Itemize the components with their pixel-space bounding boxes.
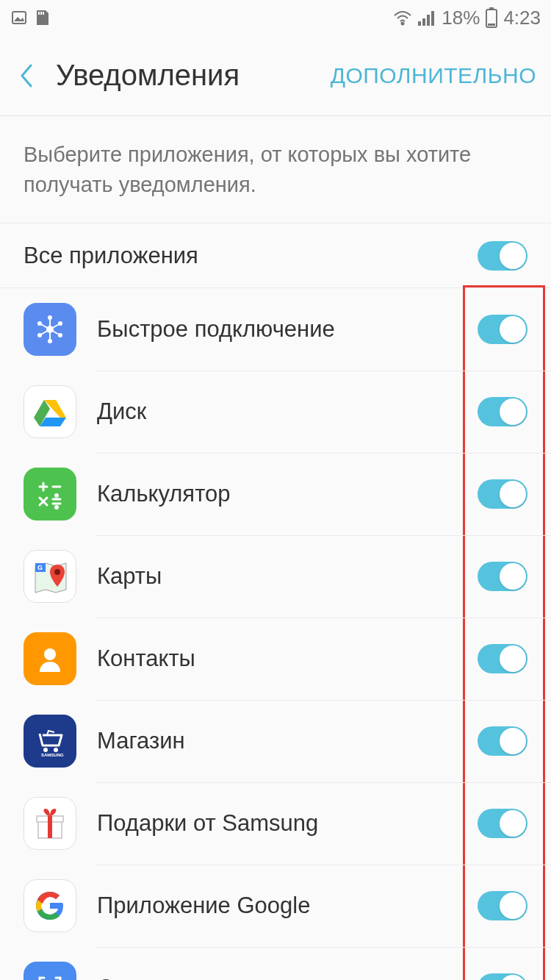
svg-point-37 [56, 507, 58, 509]
svg-rect-7 [422, 18, 425, 26]
all-apps-row[interactable]: Все приложения [0, 223, 551, 288]
app-toggle[interactable] [478, 644, 527, 673]
svg-text:SAMSUNG: SAMSUNG [41, 753, 64, 757]
clock-time: 4:23 [503, 7, 541, 29]
screenshot-icon [24, 962, 76, 980]
app-list: Быстрое подключение Диск Калькулятор G К… [0, 288, 551, 980]
gifts-icon [24, 797, 76, 850]
google-icon [24, 879, 76, 932]
svg-rect-0 [12, 12, 26, 24]
svg-point-36 [56, 495, 58, 497]
battery-icon [486, 7, 497, 28]
svg-text:G: G [37, 564, 43, 571]
header-action-more[interactable]: ДОПОЛНИТЕЛЬНО [331, 63, 536, 88]
list-item[interactable]: SAMSUNG Магазин [0, 700, 551, 782]
svg-rect-9 [431, 11, 434, 26]
app-name-label: Диск [97, 398, 146, 425]
app-toggle[interactable] [478, 973, 527, 980]
all-apps-label: Все приложения [24, 243, 198, 269]
app-name-label: Быстрое подключение [97, 316, 335, 343]
svg-point-5 [402, 23, 404, 25]
app-toggle[interactable] [478, 809, 527, 838]
wifi-icon [393, 10, 412, 26]
app-name-label: Подарки от Samsung [97, 810, 318, 837]
app-name-label: Контакты [97, 645, 195, 672]
list-item[interactable]: G Карты [0, 535, 551, 618]
svg-rect-8 [427, 15, 430, 26]
list-item[interactable]: Снимок экрана [0, 947, 551, 980]
app-toggle[interactable] [478, 891, 527, 920]
app-name-label: Магазин [97, 728, 185, 754]
svg-rect-48 [48, 816, 52, 838]
page-title: Уведомления [56, 59, 240, 92]
app-name-label: Карты [97, 563, 162, 590]
app-toggle[interactable] [478, 397, 527, 426]
svg-rect-6 [418, 21, 421, 26]
app-name-label: Калькулятор [97, 481, 230, 507]
app-toggle[interactable] [478, 726, 527, 756]
list-item[interactable]: Приложение Google [0, 865, 551, 947]
app-name-label: Снимок экрана [97, 975, 256, 980]
app-name-label: Приложение Google [97, 893, 310, 919]
list-item[interactable]: Контакты [0, 618, 551, 700]
section-description: Выберите приложения, от которых вы хотит… [0, 116, 551, 223]
battery-percent: 18% [442, 7, 480, 29]
app-toggle[interactable] [478, 315, 527, 344]
header: Уведомления ДОПОЛНИТЕЛЬНО [0, 35, 551, 116]
list-item[interactable]: Быстрое подключение [0, 288, 551, 371]
svg-rect-4 [43, 12, 44, 15]
app-toggle[interactable] [478, 479, 527, 509]
list-item[interactable]: Диск [0, 371, 551, 453]
contacts-icon [24, 632, 76, 685]
list-item[interactable]: Подарки от Samsung [0, 782, 551, 865]
image-icon [10, 9, 28, 26]
signal-icon [418, 10, 436, 26]
svg-point-43 [43, 748, 48, 752]
calculator-icon [24, 468, 76, 521]
store-icon: SAMSUNG [24, 715, 76, 768]
svg-rect-12 [488, 24, 495, 26]
svg-point-42 [44, 648, 56, 660]
svg-point-44 [54, 748, 58, 752]
svg-point-41 [54, 569, 60, 575]
drive-icon [24, 385, 76, 438]
quick-connect-icon [24, 303, 76, 356]
sd-card-icon [34, 9, 50, 26]
app-toggle[interactable] [478, 562, 527, 591]
svg-rect-2 [38, 12, 40, 15]
svg-rect-3 [40, 12, 42, 15]
list-item[interactable]: Калькулятор [0, 453, 551, 535]
status-bar: 18% 4:23 [0, 0, 551, 35]
maps-icon: G [24, 550, 76, 603]
back-button[interactable] [18, 58, 53, 93]
all-apps-toggle[interactable] [478, 241, 527, 271]
svg-marker-1 [14, 17, 24, 21]
